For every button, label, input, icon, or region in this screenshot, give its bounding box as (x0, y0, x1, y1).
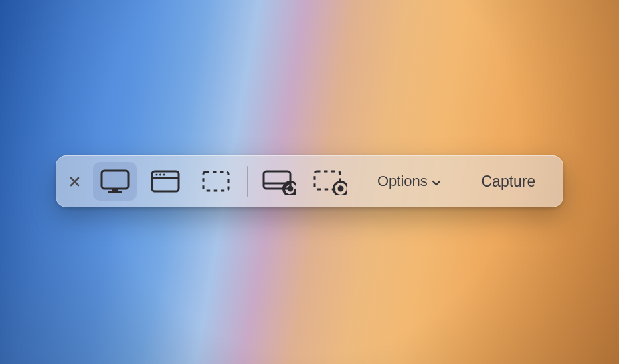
window-icon (150, 169, 181, 193)
toolbar-divider-3 (456, 160, 456, 203)
options-button[interactable]: Options (365, 162, 453, 201)
svg-point-7 (163, 173, 165, 175)
svg-rect-0 (102, 171, 128, 189)
capture-button[interactable]: Capture (459, 155, 558, 207)
svg-point-12 (288, 186, 294, 192)
svg-point-15 (338, 186, 344, 192)
record-selection-icon (312, 168, 347, 195)
record-screen-icon (262, 168, 296, 195)
svg-rect-2 (108, 191, 122, 193)
close-button[interactable] (65, 172, 84, 191)
capture-window-button[interactable] (143, 162, 187, 201)
screen-icon (100, 168, 130, 195)
toolbar-divider-2 (361, 166, 361, 197)
record-mode-group (252, 162, 357, 201)
capture-label: Capture (482, 173, 536, 191)
screenshot-mode-group (88, 162, 243, 201)
record-selection-button[interactable] (308, 162, 351, 201)
svg-point-5 (155, 173, 157, 175)
record-entire-screen-button[interactable] (257, 162, 301, 201)
capture-entire-screen-button[interactable] (93, 162, 137, 201)
chevron-down-icon (432, 173, 441, 190)
selection-icon (201, 169, 231, 193)
options-label: Options (377, 173, 428, 190)
capture-selection-button[interactable] (194, 162, 238, 201)
screenshot-toolbar: Options Capture (56, 155, 563, 207)
close-icon (70, 177, 80, 187)
svg-rect-8 (203, 172, 228, 191)
toolbar-divider (247, 166, 248, 197)
svg-rect-13 (315, 171, 340, 189)
svg-point-6 (159, 173, 161, 175)
